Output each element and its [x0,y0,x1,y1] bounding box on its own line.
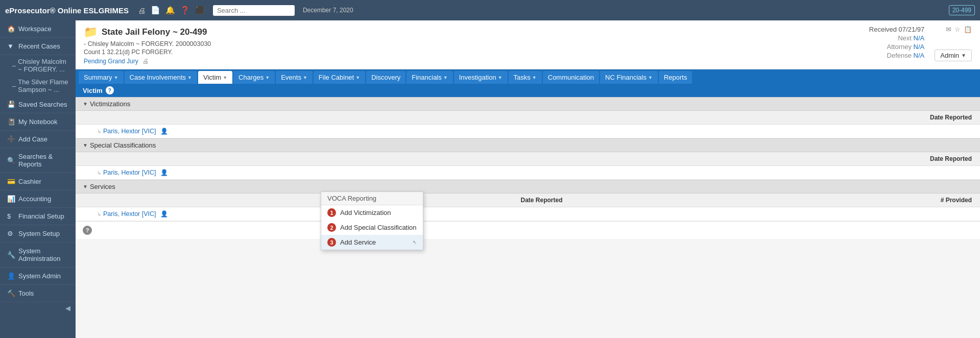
person-icon-2: 👤 [160,169,168,176]
star-icon[interactable]: ☆ [954,26,961,33]
sidebar-my-notebook[interactable]: 📓 My Notebook [0,113,76,131]
services-person-link[interactable]: Paris, Hextor [VIC] [103,210,156,218]
tab-communication[interactable]: Communication [543,71,599,84]
tab-financials-label: Financials [412,74,442,81]
tab-tasks[interactable]: Tasks ▼ [509,71,542,84]
case-status-icon[interactable]: 🖨 [142,58,149,65]
voca-reporting-label: VOCA Reporting [327,195,376,202]
sidebar-recent-cases-label: Recent Cases [18,42,60,50]
voca-reporting-item[interactable]: VOCA Reporting [321,192,423,205]
sidebar-item-system-admin[interactable]: 👤 System Admin [0,268,76,285]
services-section-header[interactable]: ▼ Services [76,180,980,194]
footer-help-icon[interactable]: ? [83,226,92,235]
tab-case-involvements[interactable]: Case Involvements ▼ [125,71,197,84]
tab-discovery-label: Discovery [371,74,400,81]
sidebar-item-workspace[interactable]: 🏠 Workspace [0,20,76,38]
document-icon[interactable]: 📄 [151,6,160,15]
help-icon[interactable]: ❓ [180,6,190,15]
case-2-arrow: – [12,82,16,90]
sidebar-recent-cases[interactable]: ▼ Recent Cases [0,38,76,55]
add-victimization-item[interactable]: 1 Add Victimization [321,205,423,220]
add-victimization-label: Add Victimization [340,209,391,216]
sidebar-item-tools[interactable]: 🔨 Tools [0,285,76,302]
tab-charges[interactable]: Charges ▼ [233,71,275,84]
financial-setup-icon: $ [7,212,15,220]
special-classifications-section-header[interactable]: ▼ Special Classifications [76,138,980,152]
case-1-arrow: – [12,62,16,69]
tab-summary-label: Summary [84,74,112,81]
sidebar-saved-searches-label: Saved Searches [18,101,67,108]
case-defense: Defense N/A [822,52,924,59]
tab-victim[interactable]: Victim ▼ [198,71,232,84]
sidebar-searches-label: Searches & Reports [18,153,70,168]
tab-events-label: Events [281,74,301,81]
victim-bar: Victim ? [76,84,980,97]
sidebar-item-searches-reports[interactable]: 🔍 Searches & Reports [0,148,76,173]
bell-icon[interactable]: 🔔 [165,6,175,15]
special-class-person-link[interactable]: Paris, Hextor [VIC] [103,169,156,176]
tab-communication-label: Communication [548,74,594,81]
top-nav: eProsecutor® Online ESLGRIMES 🖨 📄 🔔 ❓ ⬛ … [0,0,980,20]
print-icon[interactable]: 🖨 [138,6,146,15]
sidebar-item-system-administration[interactable]: 🔧 System Administration [0,243,76,268]
search-input[interactable] [213,5,295,16]
exit-icon[interactable]: ⬛ [195,6,205,15]
sidebar-system-admin2-label: System Admin [18,272,61,280]
victim-help-icon[interactable]: ? [106,86,114,94]
sidebar-case-1[interactable]: – Chisley Malcolm ~ FORGERY. ... [0,55,76,76]
tab-investigation[interactable]: Investigation ▼ [454,71,508,84]
sidebar-item-add-case[interactable]: ➕ Add Case [0,131,76,148]
add-service-item[interactable]: 3 Add Service ↖ [321,235,423,250]
tab-events-arrow: ▼ [303,75,307,80]
tab-financials[interactable]: Financials ▼ [407,71,452,84]
sticky-note-icon[interactable]: 📋 [964,26,972,33]
sidebar-item-system-setup[interactable]: ⚙ System Setup [0,225,76,243]
tab-nc-financials-label: NC Financials [605,74,647,81]
tab-file-cabinet[interactable]: File Cabinet ▼ [314,71,365,84]
victimizations-person-row: ↳ Paris, Hextor [VIC] 👤 [83,128,973,135]
person-icon-3: 👤 [160,210,168,218]
add-special-classification-item[interactable]: 2 Add Special Classification [321,220,423,235]
tab-file-cabinet-arrow: ▼ [355,75,360,80]
case-left: 📁 State Jail Felony ~ 20-499 - Chisley M… [84,26,211,65]
tab-reports[interactable]: Reports [659,71,692,84]
tab-events[interactable]: Events ▼ [276,71,313,84]
add-service-label: Add Service [340,238,376,246]
table-row: ↳ Paris, Hextor [VIC] 👤 [76,125,980,138]
tab-nc-financials[interactable]: NC Financials ▼ [600,71,658,84]
sidebar-collapse-button[interactable]: ◀ [0,302,76,314]
tab-discovery[interactable]: Discovery [366,71,405,84]
email-icon[interactable]: ✉ [946,26,951,33]
sidebar-tools-label: Tools [18,289,34,297]
special-class-person-row: ↳ Paris, Hextor [VIC] 👤 [83,169,973,176]
sidebar-item-cashier[interactable]: 💳 Cashier [0,173,76,190]
sidebar-system-setup-label: System Setup [18,230,60,237]
collapse-icon: ◀ [65,304,70,312]
sidebar-item-financial-setup[interactable]: $ Financial Setup [0,208,76,225]
sidebar-case-2[interactable]: – The Silver Flame Sampson ~ ... [0,76,76,96]
sidebar-financial-setup-label: Financial Setup [18,212,64,220]
header-action-icons: ✉ ☆ 📋 [946,26,972,33]
sidebar-saved-searches[interactable]: 💾 Saved Searches [0,96,76,113]
tab-case-involvements-arrow: ▼ [187,75,192,80]
special-class-person-cell: ↳ Paris, Hextor [VIC] 👤 [76,166,980,180]
case-count: Count 1 32.21(d) PC FORGERY. [84,49,211,56]
case-status-link[interactable]: Pending Grand Jury [84,58,138,65]
case-header: 📁 State Jail Felony ~ 20-499 - Chisley M… [76,20,980,69]
recent-cases-icon: ▼ [7,42,15,50]
tools-icon: 🔨 [7,289,15,297]
cursor-position: ↖ [413,239,417,245]
sidebar-item-accounting[interactable]: 📊 Accounting [0,190,76,208]
admin-button[interactable]: Admin ▼ [935,50,972,61]
victimizations-person-link[interactable]: Paris, Hextor [VIC] [103,128,156,135]
case-received: Received 07/21/97 [822,26,924,33]
system-admin2-icon: 👤 [7,272,15,280]
sidebar-case-2-label: The Silver Flame Sampson ~ ... [18,78,70,93]
content-area: ▼ Victimizations Date Reported ↳ Paris, … [76,97,980,338]
person-indent-arrow-3: ↳ [97,211,101,217]
system-setup-icon: ⚙ [7,230,15,237]
tab-summary[interactable]: Summary ▼ [79,71,124,84]
victimizations-section-header[interactable]: ▼ Victimizations [76,97,980,111]
services-label: Services [90,183,115,190]
saved-searches-icon: 💾 [7,101,15,108]
